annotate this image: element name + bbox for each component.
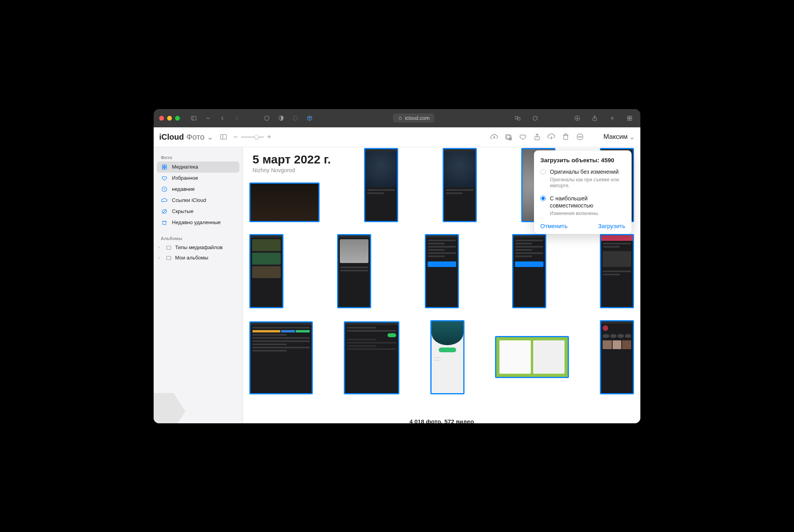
option-description: Изменения включены. — [550, 211, 625, 217]
chevron-right-icon: › — [158, 255, 162, 260]
zoom-window-button[interactable] — [175, 116, 180, 121]
sidebar-album-my-albums[interactable]: › Мои альбомы — [157, 253, 239, 263]
trash-icon[interactable] — [561, 133, 570, 141]
photo-thumbnail[interactable] — [344, 321, 399, 394]
browser-window: icloud.com iCloud Фото ⌄ − + — [154, 109, 640, 423]
sidebar-item-library[interactable]: Медиатека — [157, 161, 239, 173]
upload-cloud-icon[interactable] — [490, 133, 499, 141]
photo-thumbnail[interactable] — [364, 148, 398, 222]
sidebar-item-hidden[interactable]: Скрытые — [157, 206, 239, 217]
sidebar-item-label: Скрытые — [172, 208, 193, 214]
app-main: Фото Медиатека Избранное недавние Ссылки… — [154, 147, 640, 423]
sidebar-item-recently-deleted[interactable]: Недавно удаленные — [157, 217, 239, 228]
close-window-button[interactable] — [159, 116, 164, 121]
favorite-icon[interactable] — [518, 133, 527, 141]
minimize-window-button[interactable] — [167, 116, 172, 121]
layout-toggle-icon[interactable] — [219, 133, 228, 141]
more-icon[interactable] — [576, 133, 584, 141]
cancel-button[interactable]: Отменить — [540, 223, 568, 229]
svg-rect-33 — [165, 167, 167, 169]
product-label: Фото — [186, 133, 204, 142]
zoom-track[interactable] — [241, 136, 264, 138]
back-button[interactable] — [217, 113, 227, 123]
download-button[interactable]: Загрузить — [598, 223, 626, 229]
cube-icon[interactable] — [304, 113, 315, 123]
app-toolbar: iCloud Фото ⌄ − + Максим ⌄ — [154, 127, 640, 147]
svg-rect-15 — [221, 134, 227, 139]
download-cloud-icon[interactable] — [547, 133, 556, 141]
address-bar[interactable]: icloud.com — [393, 113, 434, 123]
svg-rect-0 — [191, 116, 196, 120]
photo-thumbnail[interactable] — [249, 234, 283, 308]
zoom-thumb[interactable] — [254, 135, 259, 139]
icloud-photos-app: iCloud Фото ⌄ − + Максим ⌄ — [154, 127, 640, 423]
svg-point-29 — [581, 136, 582, 137]
share-icon[interactable] — [590, 113, 600, 123]
chevron-right-icon: › — [158, 245, 162, 250]
radio-icon[interactable] — [540, 196, 546, 201]
photo-thumbnail[interactable] — [512, 234, 546, 308]
svg-rect-31 — [165, 165, 167, 167]
download-icon[interactable] — [572, 113, 582, 123]
option-description: Оригиналы как при съемке или импорте. — [550, 177, 625, 189]
cloud-icon — [161, 197, 168, 204]
extension-icon[interactable] — [290, 113, 301, 123]
sidebar-toggle-icon[interactable] — [189, 113, 199, 123]
sidebar-section-albums: Альбомы — [157, 234, 239, 242]
sidebar-item-favorites[interactable]: Избранное — [157, 173, 239, 184]
zoom-in-icon[interactable]: + — [267, 133, 272, 141]
location-label: Nizhny Novgorod — [252, 167, 331, 173]
sidebar-item-label: Недавно удаленные — [172, 219, 221, 225]
photo-thumbnail[interactable] — [249, 182, 320, 222]
zoom-slider[interactable]: − + — [233, 133, 271, 141]
photo-thumbnail[interactable] — [337, 234, 371, 308]
user-name-label: Максим — [603, 133, 628, 141]
trash-icon — [161, 219, 168, 226]
sidebar-item-label: Медиатека — [172, 164, 198, 170]
photo-thumbnail[interactable] — [600, 234, 634, 308]
photo-thumbnail[interactable] — [600, 320, 634, 394]
add-to-album-icon[interactable] — [504, 133, 513, 141]
tabs-grid-icon[interactable] — [624, 113, 635, 123]
reload-icon[interactable] — [530, 113, 540, 123]
sidebar-item-label: недавние — [172, 186, 195, 192]
app-title[interactable]: iCloud Фото ⌄ — [159, 132, 214, 142]
export-icon[interactable] — [533, 133, 542, 141]
sidebar-item-label: Избранное — [172, 175, 198, 181]
account-menu[interactable]: Максим ⌄ — [603, 133, 635, 141]
radio-icon[interactable] — [540, 169, 546, 175]
svg-point-28 — [580, 136, 580, 137]
svg-point-2 — [293, 116, 298, 120]
download-option-originals[interactable]: Оригиналы без изменений — [540, 168, 625, 175]
svg-rect-37 — [167, 246, 171, 250]
sidebar-item-recents[interactable]: недавние — [157, 184, 239, 195]
content-area: 5 март 2022 г. Nizhny Novgorod 590 нить … — [243, 147, 640, 423]
folder-icon — [166, 255, 172, 261]
url-host: icloud.com — [405, 115, 430, 121]
browser-chrome: icloud.com — [154, 109, 640, 127]
svg-rect-11 — [628, 116, 630, 118]
zoom-out-icon[interactable]: − — [233, 133, 238, 141]
shield-icon[interactable] — [262, 113, 272, 123]
svg-rect-3 — [399, 118, 401, 120]
new-tab-icon[interactable] — [607, 113, 617, 123]
photo-thumbnail[interactable] — [425, 234, 459, 308]
photo-thumbnail[interactable] — [443, 148, 477, 222]
folder-icon — [166, 244, 172, 251]
forward-button[interactable] — [231, 113, 242, 123]
photo-thumbnail[interactable] — [495, 336, 569, 378]
popover-title: Загрузить объекты: 4590 — [540, 157, 625, 163]
brand-label: iCloud — [159, 133, 184, 142]
translate-icon[interactable] — [513, 113, 523, 123]
sidebar-item-icloud-links[interactable]: Ссылки iCloud — [157, 195, 239, 206]
sidebar: Фото Медиатека Избранное недавние Ссылки… — [154, 147, 243, 423]
svg-rect-30 — [162, 165, 164, 167]
photo-thumbnail[interactable] — [249, 321, 313, 394]
privacy-half-icon[interactable] — [276, 113, 286, 123]
download-option-compatible[interactable]: С наибольшей совместимостью — [540, 195, 625, 209]
sidebar-album-media-types[interactable]: › Типы медиафайлов — [157, 242, 239, 253]
photo-thumbnail[interactable]: • • • • • •• • • • • — [430, 320, 464, 394]
download-popover: Загрузить объекты: 4590 Оригиналы без из… — [534, 150, 632, 234]
library-stats: 4 018 фото, 572 видео — [243, 414, 640, 423]
chevron-down-icon[interactable] — [203, 113, 213, 123]
